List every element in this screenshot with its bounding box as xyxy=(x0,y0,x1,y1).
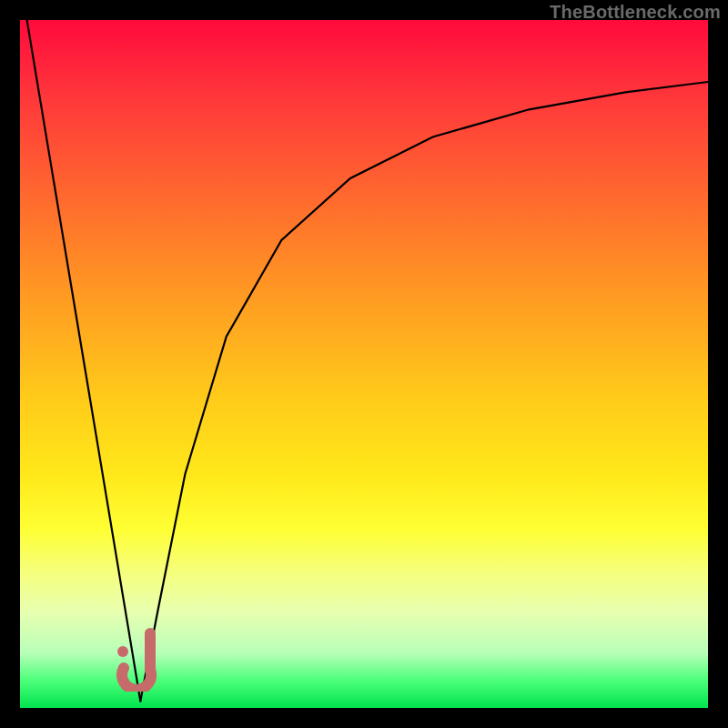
curve-layer xyxy=(20,20,708,708)
plot-area xyxy=(20,20,708,708)
curve-left-branch xyxy=(27,20,141,701)
curve-right-branch xyxy=(140,82,708,701)
chart-frame: TheBottleneck.com xyxy=(0,0,728,728)
optimal-point-marker xyxy=(114,628,167,692)
svg-point-0 xyxy=(117,646,128,657)
watermark-text: TheBottleneck.com xyxy=(550,2,721,23)
